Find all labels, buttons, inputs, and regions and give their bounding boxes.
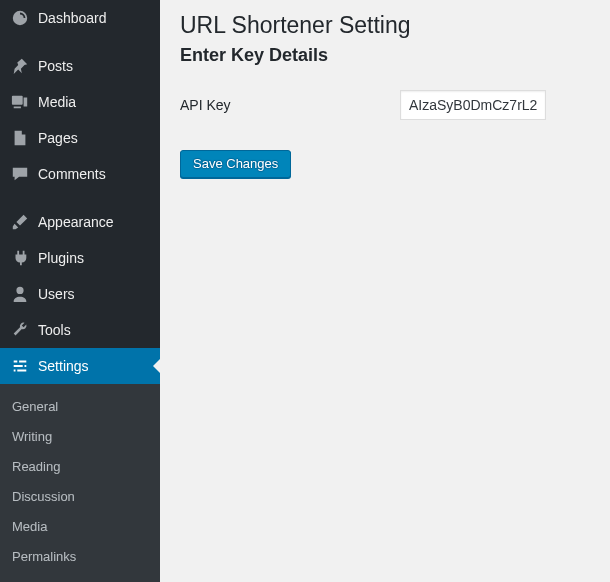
- user-icon: [10, 284, 30, 304]
- sidebar-item-label: Comments: [38, 165, 106, 183]
- submenu-item-discussion[interactable]: Discussion: [0, 482, 160, 512]
- sidebar-item-posts[interactable]: Posts: [0, 48, 160, 84]
- sidebar-item-label: Appearance: [38, 213, 114, 231]
- plug-icon: [10, 248, 30, 268]
- submenu-item-media[interactable]: Media: [0, 512, 160, 542]
- dashboard-icon: [10, 8, 30, 28]
- page-title: URL Shortener Setting: [180, 12, 590, 39]
- submenu-item-permalinks[interactable]: Permalinks: [0, 542, 160, 572]
- sidebar-item-plugins[interactable]: Plugins: [0, 240, 160, 276]
- sidebar-item-label: Settings: [38, 357, 89, 375]
- app-root: Dashboard Posts Media Pages Commen: [0, 0, 610, 582]
- api-key-row: API Key: [180, 90, 590, 120]
- sidebar-item-pages[interactable]: Pages: [0, 120, 160, 156]
- sidebar-item-label: Media: [38, 93, 76, 111]
- submenu-item-general[interactable]: General: [0, 392, 160, 422]
- sidebar-item-comments[interactable]: Comments: [0, 156, 160, 192]
- pin-icon: [10, 56, 30, 76]
- save-changes-button[interactable]: Save Changes: [180, 150, 291, 178]
- page-subtitle: Enter Key Details: [180, 45, 590, 66]
- sidebar-item-label: Tools: [38, 321, 71, 339]
- sidebar-item-media[interactable]: Media: [0, 84, 160, 120]
- sidebar-item-appearance[interactable]: Appearance: [0, 204, 160, 240]
- submenu-item-reading[interactable]: Reading: [0, 452, 160, 482]
- sidebar-item-label: Posts: [38, 57, 73, 75]
- sliders-icon: [10, 356, 30, 376]
- submenu-item-writing[interactable]: Writing: [0, 422, 160, 452]
- settings-submenu: General Writing Reading Discussion Media…: [0, 384, 160, 582]
- sidebar-item-users[interactable]: Users: [0, 276, 160, 312]
- wrench-icon: [10, 320, 30, 340]
- api-key-label: API Key: [180, 97, 400, 113]
- sidebar-item-dashboard[interactable]: Dashboard: [0, 0, 160, 36]
- submenu-item-url-shortener[interactable]: URL Shortener: [0, 572, 160, 582]
- sidebar-item-label: Users: [38, 285, 75, 303]
- sidebar-item-label: Pages: [38, 129, 78, 147]
- page-icon: [10, 128, 30, 148]
- brush-icon: [10, 212, 30, 232]
- content-area: URL Shortener Setting Enter Key Details …: [160, 0, 610, 582]
- sidebar-item-settings[interactable]: Settings: [0, 348, 160, 384]
- media-icon: [10, 92, 30, 112]
- sidebar-item-label: Dashboard: [38, 9, 107, 27]
- api-key-input[interactable]: [400, 90, 546, 120]
- sidebar-item-tools[interactable]: Tools: [0, 312, 160, 348]
- comment-icon: [10, 164, 30, 184]
- admin-sidebar: Dashboard Posts Media Pages Commen: [0, 0, 160, 582]
- sidebar-item-label: Plugins: [38, 249, 84, 267]
